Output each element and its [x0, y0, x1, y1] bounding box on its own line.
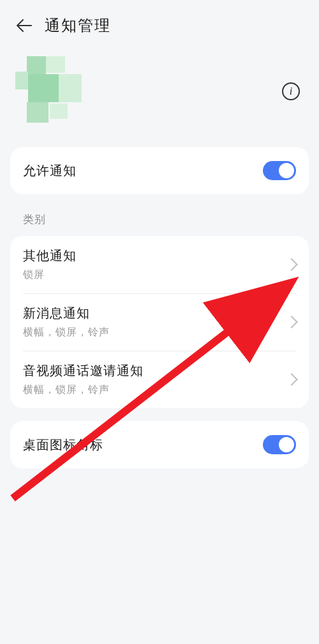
- desktop-badge-row[interactable]: 桌面图标角标: [10, 421, 309, 468]
- category-list-card: 其他通知 锁屏 新消息通知 横幅，锁屏，铃声 音视频通话邀请通知 横幅，锁屏，铃…: [10, 236, 309, 408]
- category-item-title: 其他通知: [23, 247, 287, 264]
- category-item-new-message[interactable]: 新消息通知 横幅，锁屏，铃声: [10, 293, 309, 351]
- category-item-other[interactable]: 其他通知 锁屏: [10, 236, 309, 293]
- header: 通知管理: [0, 0, 319, 46]
- category-item-title: 音视频通话邀请通知: [23, 362, 287, 379]
- category-item-sub: 横幅，锁屏，铃声: [23, 326, 287, 339]
- desktop-badge-card: 桌面图标角标: [10, 421, 309, 468]
- app-icon: [15, 56, 85, 126]
- arrow-left-icon: [16, 19, 33, 33]
- category-item-title: 新消息通知: [23, 305, 287, 322]
- desktop-badge-label: 桌面图标角标: [23, 436, 103, 454]
- allow-notifications-toggle[interactable]: [263, 161, 296, 180]
- info-icon[interactable]: i: [282, 82, 300, 100]
- category-item-sub: 横幅，锁屏，铃声: [23, 383, 287, 397]
- category-item-sub: 锁屏: [23, 268, 287, 282]
- chevron-right-icon: [285, 316, 298, 328]
- desktop-badge-toggle[interactable]: [263, 435, 296, 454]
- app-info-section: i: [0, 46, 319, 147]
- back-button[interactable]: [15, 17, 33, 34]
- chevron-right-icon: [285, 258, 298, 271]
- allow-notifications-card: 允许通知: [10, 147, 309, 194]
- category-section-title: 类别: [0, 194, 319, 236]
- category-item-av-invite[interactable]: 音视频通话邀请通知 横幅，锁屏，铃声: [10, 351, 309, 408]
- chevron-right-icon: [285, 373, 298, 386]
- page-title: 通知管理: [45, 15, 111, 36]
- allow-notifications-label: 允许通知: [23, 162, 77, 180]
- allow-notifications-row[interactable]: 允许通知: [10, 147, 309, 194]
